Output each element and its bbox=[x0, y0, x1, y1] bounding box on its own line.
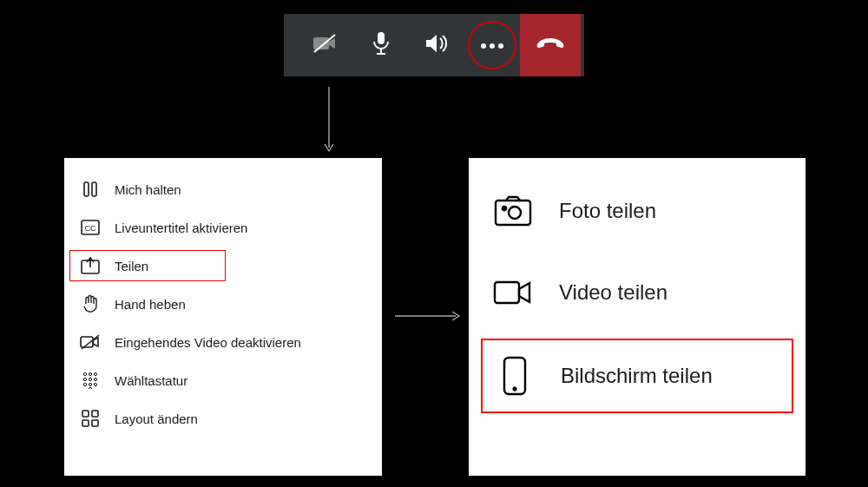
share-option-screen[interactable]: Bildschirm teilen bbox=[481, 339, 793, 413]
svg-point-20 bbox=[89, 378, 91, 380]
more-options-menu: Mich halten CC Liveuntertitel aktivieren… bbox=[62, 156, 384, 477]
dialpad-icon bbox=[80, 370, 101, 391]
svg-point-16 bbox=[83, 372, 86, 375]
layout-icon bbox=[80, 408, 101, 429]
video-off-icon bbox=[80, 332, 101, 352]
video-icon bbox=[493, 273, 533, 313]
svg-point-35 bbox=[513, 387, 516, 391]
menu-item-dialpad[interactable]: Wähltastatur bbox=[75, 361, 372, 399]
svg-point-4 bbox=[490, 43, 495, 49]
svg-point-19 bbox=[83, 378, 86, 380]
speaker-button[interactable] bbox=[409, 14, 464, 76]
hold-icon bbox=[80, 179, 101, 200]
menu-item-label: Eingehendes Video deaktivieren bbox=[115, 335, 301, 350]
raise-hand-icon bbox=[80, 293, 101, 314]
menu-item-raisehand[interactable]: Hand heben bbox=[75, 285, 372, 323]
svg-rect-27 bbox=[92, 411, 98, 417]
more-options-button[interactable] bbox=[464, 14, 520, 76]
more-options-icon bbox=[479, 37, 505, 53]
menu-item-label: Mich halten bbox=[115, 182, 181, 197]
menu-item-hold[interactable]: Mich halten bbox=[75, 170, 372, 208]
svg-point-23 bbox=[89, 383, 91, 385]
hangup-icon bbox=[536, 36, 565, 55]
svg-point-18 bbox=[94, 372, 96, 375]
share-option-label: Foto teilen bbox=[559, 199, 656, 223]
svg-text:CC: CC bbox=[85, 224, 96, 233]
menu-item-label: Layout ändern bbox=[115, 411, 198, 426]
microphone-button[interactable] bbox=[353, 14, 409, 76]
share-up-icon bbox=[80, 255, 101, 276]
call-toolbar bbox=[284, 14, 584, 76]
svg-point-5 bbox=[498, 43, 503, 49]
photo-icon bbox=[493, 191, 533, 231]
share-submenu: Foto teilen Video teilen Bildschirm teil… bbox=[467, 156, 807, 477]
hangup-button[interactable] bbox=[520, 14, 581, 76]
cc-icon: CC bbox=[80, 217, 101, 238]
speaker-icon bbox=[424, 33, 449, 57]
svg-point-32 bbox=[509, 207, 521, 219]
menu-item-captions[interactable]: CC Liveuntertitel aktivieren bbox=[75, 208, 372, 247]
microphone-icon bbox=[372, 31, 391, 59]
svg-point-22 bbox=[83, 383, 86, 385]
menu-item-label: Wähltastatur bbox=[115, 373, 187, 388]
svg-point-17 bbox=[89, 372, 91, 375]
svg-rect-29 bbox=[92, 420, 98, 426]
share-option-label: Video teilen bbox=[559, 280, 667, 305]
share-option-video[interactable]: Video teilen bbox=[481, 257, 793, 328]
svg-rect-0 bbox=[378, 32, 385, 44]
camera-off-icon bbox=[312, 33, 339, 57]
svg-rect-8 bbox=[84, 182, 89, 196]
menu-item-label: Hand heben bbox=[115, 297, 186, 312]
svg-rect-30 bbox=[496, 201, 530, 225]
svg-rect-33 bbox=[495, 282, 519, 303]
svg-rect-28 bbox=[82, 420, 89, 426]
svg-point-21 bbox=[94, 378, 96, 380]
svg-point-24 bbox=[94, 383, 96, 385]
svg-rect-9 bbox=[92, 182, 96, 196]
share-option-label: Bildschirm teilen bbox=[561, 364, 713, 388]
menu-item-share[interactable]: Teilen bbox=[75, 247, 372, 285]
svg-rect-26 bbox=[82, 411, 89, 417]
arrow-down bbox=[323, 87, 335, 155]
call-toolbar-container bbox=[279, 9, 589, 82]
svg-point-31 bbox=[502, 206, 507, 211]
menu-item-label: Teilen bbox=[115, 259, 148, 273]
screen-icon bbox=[495, 356, 535, 396]
menu-item-label: Liveuntertitel aktivieren bbox=[115, 220, 247, 235]
svg-point-3 bbox=[481, 43, 486, 49]
svg-point-25 bbox=[89, 387, 91, 389]
menu-item-layout[interactable]: Layout ändern bbox=[75, 399, 372, 438]
camera-toggle-button[interactable] bbox=[298, 14, 353, 76]
arrow-right bbox=[395, 310, 463, 322]
menu-item-incomingvideo[interactable]: Eingehendes Video deaktivieren bbox=[75, 323, 372, 361]
share-option-photo[interactable]: Foto teilen bbox=[481, 175, 793, 247]
